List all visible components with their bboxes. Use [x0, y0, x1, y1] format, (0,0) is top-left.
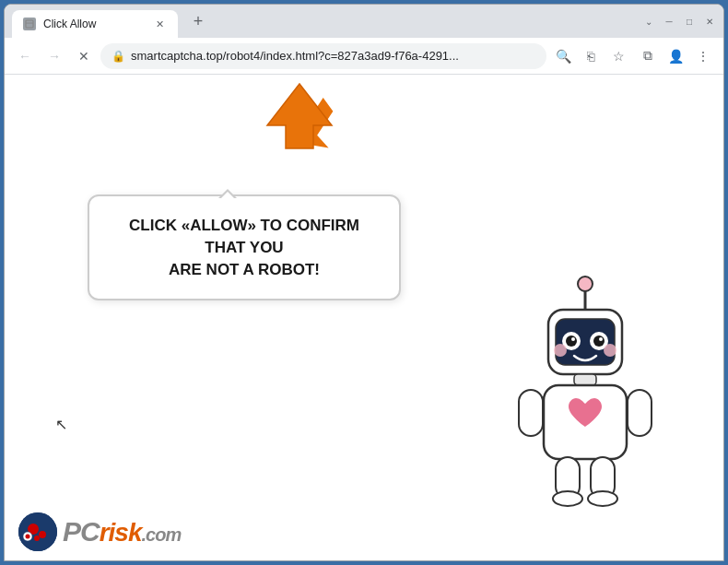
url-actions: 🔍 ⎗ ☆ — [550, 43, 631, 69]
tab-favicon — [23, 18, 36, 30]
svg-point-22 — [553, 491, 582, 506]
address-bar: ← → ✕ 🔒 smartcaptcha.top/robot4/index.ht… — [5, 38, 723, 75]
url-bar[interactable]: 🔒 smartcaptcha.top/robot4/index.html?c=8… — [100, 43, 546, 69]
bubble-text: CLICK «ALLOW» TO CONFIRM THAT YOU ARE NO… — [112, 215, 377, 280]
profile-icon[interactable]: 👤 — [663, 43, 688, 69]
svg-point-11 — [593, 335, 605, 347]
svg-point-27 — [34, 536, 40, 541]
pcrisk-icon — [18, 512, 57, 551]
forward-button[interactable]: → — [41, 43, 67, 69]
minimize-button[interactable]: ─ — [663, 15, 675, 28]
svg-point-13 — [599, 337, 603, 341]
close-button[interactable]: ✕ — [703, 15, 716, 28]
search-icon[interactable]: 🔍 — [550, 43, 576, 69]
lock-icon: 🔒 — [112, 50, 125, 63]
tab-close-button[interactable]: ✕ — [152, 17, 167, 31]
active-tab[interactable]: Click Allow ✕ — [12, 10, 178, 38]
pcrisk-text: PCrisk.com — [63, 516, 181, 547]
svg-rect-0 — [26, 20, 33, 28]
chevron-down-icon: ⌄ — [642, 15, 655, 28]
maximize-button[interactable]: □ — [683, 15, 696, 28]
mouse-cursor: ↖ — [55, 416, 67, 433]
svg-marker-3 — [267, 84, 332, 148]
url-text: smartcaptcha.top/robot4/index.html?c=827… — [131, 49, 535, 63]
bookmark-icon[interactable]: ☆ — [605, 43, 631, 69]
window-controls: ⌄ ─ □ ✕ — [642, 15, 716, 28]
svg-point-26 — [39, 531, 46, 538]
pcrisk-logo: PCrisk.com — [18, 512, 181, 551]
svg-point-4 — [578, 277, 593, 291]
svg-point-29 — [26, 535, 30, 539]
toolbar-right: ⧉ 👤 ⋮ — [635, 43, 716, 69]
robot-illustration — [493, 265, 677, 505]
tab-title: Click Allow — [43, 18, 145, 30]
svg-rect-16 — [574, 374, 596, 385]
new-tab-button[interactable]: + — [185, 8, 211, 34]
svg-rect-19 — [628, 390, 652, 436]
speech-bubble: CLICK «ALLOW» TO CONFIRM THAT YOU ARE NO… — [88, 194, 401, 300]
title-bar: Click Allow ✕ + ⌄ ─ □ ✕ — [5, 5, 723, 38]
svg-point-15 — [604, 344, 616, 357]
svg-rect-18 — [519, 390, 543, 436]
reload-button[interactable]: ✕ — [71, 43, 97, 69]
extensions-icon[interactable]: ⧉ — [635, 43, 661, 69]
menu-icon[interactable]: ⋮ — [690, 43, 716, 69]
orange-arrow-icon — [263, 79, 346, 171]
page-content: CLICK «ALLOW» TO CONFIRM THAT YOU ARE NO… — [5, 75, 723, 560]
svg-point-10 — [566, 335, 577, 347]
svg-point-12 — [571, 337, 575, 341]
svg-point-14 — [554, 344, 567, 357]
back-button[interactable]: ← — [12, 43, 38, 69]
browser-window: Click Allow ✕ + ⌄ ─ □ ✕ ← → ✕ 🔒 smartcap… — [4, 4, 724, 561]
svg-point-23 — [588, 491, 617, 506]
share-icon[interactable]: ⎗ — [578, 43, 604, 69]
